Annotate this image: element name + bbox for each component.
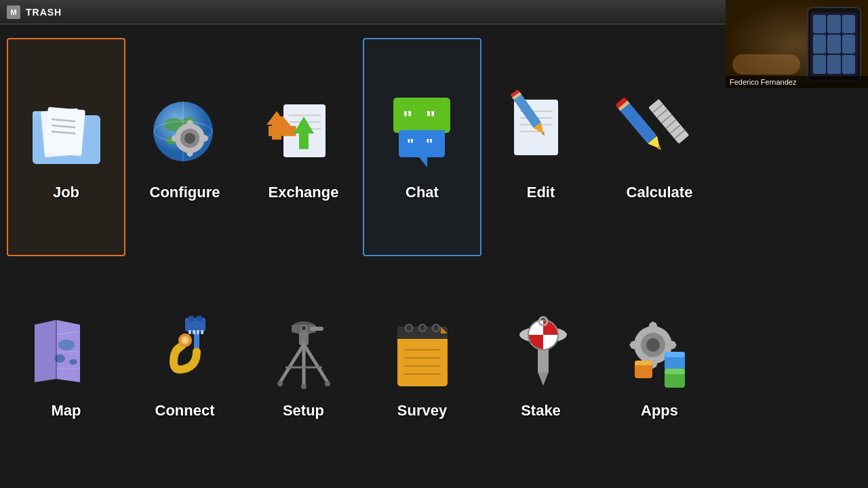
svg-point-87 xyxy=(301,325,307,331)
edit-label: Edit xyxy=(527,184,555,201)
svg-text:": " xyxy=(426,106,435,129)
device-icon-dot xyxy=(827,15,840,34)
map-icon xyxy=(26,311,107,392)
configure-label: Configure xyxy=(150,184,220,201)
setup-label: Setup xyxy=(283,402,324,420)
device-icon-dot xyxy=(813,15,826,34)
hand-shape xyxy=(732,54,800,75)
svg-text:": " xyxy=(426,136,433,152)
setup-icon xyxy=(263,311,344,392)
device-icon-dot xyxy=(842,55,855,74)
svg-marker-108 xyxy=(538,372,549,386)
person-name: Federico Fernandez xyxy=(730,78,796,86)
svg-point-20 xyxy=(184,133,195,144)
device-icon-dot xyxy=(827,55,840,74)
svg-rect-80 xyxy=(193,330,195,334)
device-icon-dot xyxy=(813,55,826,74)
video-overlay: Federico Fernandez xyxy=(726,0,868,88)
calculate-icon xyxy=(619,93,701,174)
svg-rect-82 xyxy=(201,330,203,334)
svg-rect-72 xyxy=(185,318,205,331)
svg-rect-128 xyxy=(635,361,652,365)
app-item-setup[interactable]: Setup xyxy=(244,256,363,474)
video-name-bar: Federico Fernandez xyxy=(726,76,868,88)
svg-line-90 xyxy=(304,344,328,382)
app-item-chat[interactable]: " " " " Chat xyxy=(363,38,481,256)
chat-icon: " " " " xyxy=(382,93,463,174)
video-background xyxy=(726,0,868,88)
edit-icon xyxy=(500,93,582,174)
configure-icon xyxy=(144,93,226,174)
app-item-configure[interactable]: Configure xyxy=(125,38,244,256)
svg-rect-34 xyxy=(272,125,281,140)
svg-marker-64 xyxy=(56,320,80,382)
exchange-icon xyxy=(263,93,344,174)
svg-line-88 xyxy=(280,344,304,382)
apps-icon xyxy=(619,311,701,392)
device-icon-dot xyxy=(842,15,855,34)
stake-icon xyxy=(500,311,582,392)
survey-label: Survey xyxy=(397,402,447,420)
svg-rect-73 xyxy=(189,316,194,321)
calculate-label: Calculate xyxy=(627,184,693,201)
svg-text:": " xyxy=(403,106,412,129)
survey-icon xyxy=(382,311,463,392)
svg-rect-126 xyxy=(665,369,685,374)
svg-point-67 xyxy=(69,359,77,365)
svg-marker-63 xyxy=(35,320,56,382)
svg-point-93 xyxy=(301,384,307,389)
app-logo-icon: M xyxy=(7,5,20,19)
app-item-map[interactable]: Map xyxy=(7,256,125,474)
stake-label: Stake xyxy=(521,402,561,420)
device-icon-dot xyxy=(842,35,855,54)
svg-rect-124 xyxy=(665,352,685,357)
device-icon-dot xyxy=(827,35,840,54)
app-item-survey[interactable]: Survey xyxy=(363,256,481,474)
app-item-exchange[interactable]: Exchange xyxy=(244,38,363,256)
svg-text:": " xyxy=(407,136,414,152)
svg-point-65 xyxy=(58,340,75,350)
app-item-job[interactable]: Job xyxy=(7,38,125,256)
app-item-edit[interactable]: Edit xyxy=(481,38,600,256)
svg-rect-74 xyxy=(197,316,202,321)
apps-label: Apps xyxy=(641,402,678,420)
svg-rect-81 xyxy=(197,330,199,334)
connect-label: Connect xyxy=(155,402,215,420)
app-item-connect[interactable]: Connect xyxy=(125,256,244,474)
job-icon xyxy=(26,93,107,174)
device-icon-dot xyxy=(813,35,826,54)
svg-rect-79 xyxy=(189,330,191,334)
svg-rect-86 xyxy=(310,327,323,331)
svg-rect-7 xyxy=(44,107,85,157)
chat-label: Chat xyxy=(406,184,439,201)
job-label: Job xyxy=(53,184,79,201)
svg-point-78 xyxy=(183,338,187,342)
device-screen xyxy=(810,12,858,77)
app-item-stake[interactable]: Stake xyxy=(481,256,600,474)
window-title: TRASH xyxy=(26,7,62,18)
svg-point-94 xyxy=(325,381,330,386)
map-label: Map xyxy=(52,402,81,420)
app-item-calculate[interactable]: Calculate xyxy=(600,38,719,256)
svg-point-92 xyxy=(277,381,283,386)
exchange-label: Exchange xyxy=(269,184,339,201)
app-item-apps[interactable]: Apps xyxy=(600,256,719,474)
video-device xyxy=(807,7,861,81)
app-grid: Job xyxy=(0,24,726,488)
svg-rect-97 xyxy=(397,333,448,339)
svg-point-114 xyxy=(646,338,660,352)
connect-icon xyxy=(144,311,226,392)
